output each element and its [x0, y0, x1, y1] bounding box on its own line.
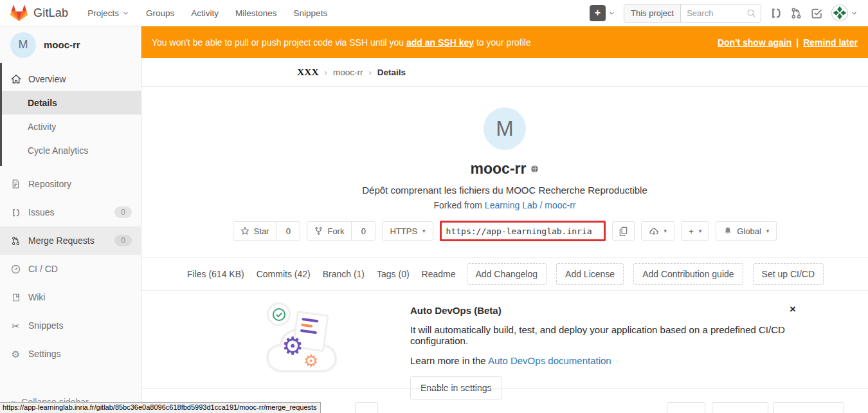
- ssh-warning-banner: You won't be able to pull or push projec…: [141, 26, 868, 58]
- nav-groups[interactable]: Groups: [146, 8, 174, 18]
- caret-down-icon: ▾: [766, 228, 770, 234]
- nav-milestones[interactable]: Milestones: [235, 8, 277, 18]
- sidebar-item-ci-cd[interactable]: CI / CD: [0, 255, 141, 283]
- tags-link[interactable]: Tags (0): [375, 269, 411, 279]
- nav-activity[interactable]: Activity: [191, 8, 219, 18]
- status-url: https://app-learninglab.inria.fr/gitlab/…: [3, 403, 317, 411]
- gitlab-logo[interactable]: GitLab: [10, 5, 68, 21]
- partial-button[interactable]: [667, 402, 705, 413]
- sidebar-item-wiki[interactable]: Wiki: [0, 283, 141, 311]
- issues-icon[interactable]: [770, 7, 782, 19]
- section-divider: [141, 388, 868, 389]
- sidebar-item-snippets[interactable]: ✂ Snippets: [0, 311, 141, 340]
- breadcrumb-page: Details: [377, 68, 406, 77]
- avatar: [831, 5, 848, 21]
- breadcrumb-user[interactable]: XXX: [297, 66, 319, 78]
- forked-from-link[interactable]: Learning Lab / mooc-rr: [485, 200, 576, 210]
- bell-icon: [723, 226, 732, 235]
- sidebar-section-overview: Overview Details Activity Cycle Analytic…: [0, 63, 141, 166]
- sidebar-item-repository[interactable]: Repository: [0, 170, 141, 198]
- star-button[interactable]: Star: [233, 221, 277, 241]
- project-avatar: M: [484, 107, 526, 150]
- plus-icon: +: [590, 5, 606, 21]
- fork-button[interactable]: Fork: [307, 221, 352, 241]
- add-dropdown[interactable]: + ▾: [681, 221, 709, 241]
- globe-icon: [530, 165, 539, 173]
- dont-show-again-link[interactable]: Don't show again: [718, 37, 791, 48]
- close-icon[interactable]: ×: [790, 304, 796, 315]
- caret-down-icon: ▾: [422, 228, 426, 234]
- files-link[interactable]: Files (614 KB): [186, 269, 246, 279]
- project-avatar-small: M: [10, 32, 36, 58]
- chevron-down-icon: [608, 10, 615, 17]
- fork-count[interactable]: 0: [351, 221, 375, 241]
- notification-dropdown[interactable]: Global ▾: [716, 221, 777, 241]
- commits-link[interactable]: Commits (42): [255, 269, 312, 279]
- readme-link[interactable]: Readme: [420, 269, 457, 279]
- book-icon: [10, 293, 21, 302]
- page-title: mooc-rr: [471, 160, 527, 178]
- gear-icon: ⚙: [10, 349, 21, 359]
- sidebar-item-overview[interactable]: Overview: [0, 67, 141, 91]
- add-contribution-guide-button[interactable]: Add Contribution guide: [633, 263, 743, 285]
- project-header: M mooc-rr Dépôt comprenant les fichiers …: [141, 87, 868, 241]
- partial-button[interactable]: [712, 402, 768, 413]
- merge-request-icon: [10, 236, 21, 246]
- brand-wordmark: GitLab: [33, 6, 68, 20]
- setup-ci-cd-button[interactable]: Set up CI/CD: [753, 263, 824, 285]
- todos-icon[interactable]: [811, 7, 823, 19]
- nav-snippets[interactable]: Snippets: [294, 8, 328, 18]
- sidebar-item-settings[interactable]: ⚙ Settings: [0, 340, 141, 368]
- sidebar-item-merge-requests[interactable]: Merge Requests 0: [0, 226, 141, 255]
- home-icon: [10, 74, 21, 84]
- gear-icon: ⚙: [282, 334, 303, 358]
- tanuki-icon: [10, 5, 28, 21]
- download-dropdown[interactable]: ▾: [641, 221, 675, 241]
- caret-down-icon: ▾: [664, 228, 667, 234]
- auto-devops-callout: ⚙ ⚙ Auto DevOps (Beta) It will automatic…: [212, 298, 797, 399]
- project-stats-bar: Files (614 KB) Commits (42) Branch (1) T…: [141, 257, 868, 291]
- merge-requests-count-badge: 0: [114, 235, 132, 246]
- star-icon: [240, 226, 249, 235]
- issues-count-badge: 0: [114, 206, 132, 218]
- sidebar-item-details[interactable]: Details: [0, 91, 141, 115]
- remind-later-link[interactable]: Remind later: [803, 37, 858, 48]
- protocol-dropdown[interactable]: HTTPS ▾: [382, 221, 433, 241]
- auto-devops-title: Auto DevOps (Beta): [410, 305, 797, 316]
- nav-projects[interactable]: Projects: [87, 8, 129, 18]
- branch-link[interactable]: Branch (1): [321, 269, 366, 279]
- chevron-down-icon: [122, 10, 129, 17]
- clone-url-input[interactable]: [440, 221, 606, 241]
- top-navbar: GitLab Projects Groups Activity Mileston…: [0, 0, 868, 26]
- sidebar-item-activity[interactable]: Activity: [0, 115, 141, 138]
- document-icon: [10, 179, 21, 189]
- add-changelog-button[interactable]: Add Changelog: [467, 263, 547, 285]
- sidebar-project-header[interactable]: M mooc-rr: [0, 26, 141, 63]
- copy-url-button[interactable]: [612, 221, 635, 241]
- gear-icon: ⚙: [303, 353, 318, 369]
- issues-icon: [10, 208, 21, 217]
- auto-devops-doc-link[interactable]: Auto DevOps documentation: [488, 355, 611, 366]
- search-bar: This project: [624, 4, 761, 23]
- partial-button[interactable]: [355, 402, 378, 413]
- new-dropdown[interactable]: +: [590, 5, 615, 21]
- breadcrumb-separator: ›: [368, 68, 371, 77]
- add-ssh-key-link[interactable]: add an SSH key: [406, 37, 474, 48]
- breadcrumb-project[interactable]: mooc-rr: [333, 68, 363, 77]
- add-license-button[interactable]: Add License: [556, 263, 624, 285]
- breadcrumb: XXX › mooc-rr › Details: [141, 58, 868, 87]
- chevron-down-icon: [851, 10, 858, 17]
- sidebar-main-nav: Repository Issues 0 Merge Requests 0 CI …: [0, 170, 141, 368]
- banner-message: You won't be able to pull or push projec…: [152, 37, 531, 48]
- user-menu[interactable]: [831, 5, 858, 21]
- caret-down-icon: ▾: [699, 228, 702, 234]
- forked-from: Forked from Learning Lab / mooc-rr: [141, 200, 868, 210]
- scissors-icon: ✂: [10, 321, 21, 331]
- merge-requests-icon[interactable]: [790, 7, 802, 19]
- partial-button[interactable]: [773, 402, 844, 413]
- sidebar-item-issues[interactable]: Issues 0: [0, 198, 141, 226]
- star-count[interactable]: 0: [276, 221, 300, 241]
- sidebar-item-cycle-analytics[interactable]: Cycle Analytics: [0, 138, 141, 162]
- browser-status-bar: https://app-learninglab.inria.fr/gitlab/…: [0, 402, 321, 413]
- search-scope-label: This project: [624, 5, 681, 22]
